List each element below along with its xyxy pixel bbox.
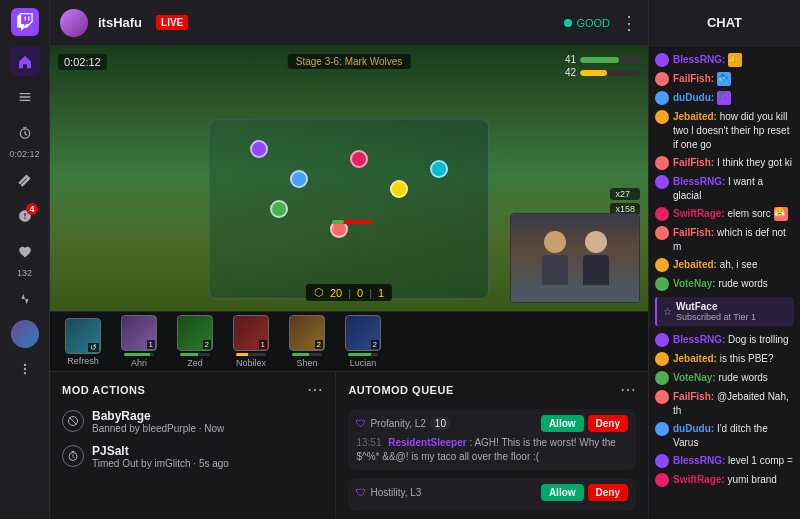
player-hp-4 <box>292 353 322 356</box>
sidebar-item-timer[interactable] <box>10 118 40 148</box>
more-options-button[interactable]: ⋮ <box>620 12 638 34</box>
kills-value: 1 <box>378 287 384 299</box>
person-body-2 <box>583 255 609 285</box>
automod-item-header-0: 🛡 Profanity, L2 10 Allow Deny <box>356 415 628 432</box>
chat-text-11: Dog is trolling <box>728 334 789 345</box>
video-area: Stage 3-6: Mark Wolves 0:02:12 41 42 <box>50 46 648 371</box>
svg-line-5 <box>70 418 77 425</box>
sub-star-icon: ☆ <box>663 306 672 317</box>
chat-username-1: FailFish: <box>673 73 717 84</box>
mod-item-info-1: PJSalt Timed Out by imGlitch · 5s ago <box>92 444 323 469</box>
chat-avatar-4 <box>655 156 669 170</box>
sidebar-timer-section: 0:02:12 <box>9 118 39 159</box>
char-dot <box>270 200 288 218</box>
sidebar-item-followers[interactable] <box>10 237 40 267</box>
chat-username-12: Jebaited: <box>673 353 720 364</box>
chat-content-12: Jebaited: is this PBE? <box>673 351 794 365</box>
sidebar-item-more[interactable] <box>10 354 40 384</box>
twitch-logo[interactable] <box>11 8 39 36</box>
chat-username-16: BlessRNG: <box>673 455 728 466</box>
sidebar-followers-section: 132 <box>10 237 40 278</box>
person-1 <box>542 231 568 285</box>
automod-more[interactable]: ⋯ <box>620 380 636 399</box>
chat-content-9: VoteNay: rude words <box>673 276 794 290</box>
automod-item-header-1: 🛡 Hostility, L3 Allow Deny <box>356 484 628 501</box>
sidebar-item-browse[interactable] <box>10 82 40 112</box>
person-2 <box>583 231 609 285</box>
chat-avatar-13 <box>655 371 669 385</box>
deny-button-0[interactable]: Deny <box>588 415 628 432</box>
player-hp-3 <box>236 353 266 356</box>
main-content: itsHafu LIVE GOOD ⋮ Stage 3-6: Mark Wolv… <box>50 0 648 519</box>
gold-icon: ⬡ <box>314 286 324 299</box>
char-dot <box>250 140 268 158</box>
player-hp-1 <box>124 353 154 356</box>
mod-item-1: PJSalt Timed Out by imGlitch · 5s ago <box>62 444 323 469</box>
chat-username-7: FailFish: <box>673 227 717 238</box>
sub-notice-wutface: ☆ WutFace Subscribed at Tier 1 <box>655 297 794 326</box>
divider2: | <box>369 287 372 299</box>
mod-item-name-1: PJSalt <box>92 444 323 458</box>
chat-avatar-2 <box>655 91 669 105</box>
char-dot <box>350 150 368 168</box>
mod-timestamp-0: Now <box>204 423 224 434</box>
automod-type-label-1: Hostility, L3 <box>370 487 421 498</box>
chat-avatar-0 <box>655 53 669 67</box>
chat-avatar-12 <box>655 352 669 366</box>
chat-username-5: BlessRNG: <box>673 176 728 187</box>
sidebar-notifications-section: 4 <box>10 201 40 231</box>
mod-actions-title: MOD ACTIONS <box>62 384 145 396</box>
gold-value: 20 <box>330 287 342 299</box>
sub-name: WutFace <box>676 301 756 312</box>
automod-actions-0: Allow Deny <box>541 415 628 432</box>
player-hp-5 <box>348 353 378 356</box>
player-card-1: 1 Ahri <box>114 315 164 368</box>
chat-message-11: BlessRNG: Dog is trolling <box>655 332 794 347</box>
chat-content-14: FailFish: @Jebaited Nah, th <box>673 389 794 417</box>
chat-username-3: Jebaited: <box>673 111 720 122</box>
chat-content-8: Jebaited: ah, i see <box>673 257 794 271</box>
champ-icon-0: ↺ <box>65 318 101 354</box>
ban-icon <box>62 410 84 432</box>
player-card-4: 2 Shen <box>282 315 332 368</box>
user-avatar[interactable] <box>11 320 39 348</box>
mod-actions-header: MOD ACTIONS ⋯ <box>62 380 323 399</box>
hp-value-1: 41 <box>565 54 576 65</box>
allow-button-1[interactable]: Allow <box>541 484 584 501</box>
automod-message-0: 13:51 ResidentSleeper : AGH! This is the… <box>356 436 628 464</box>
chat-message-17: SwiftRage: yumi brand <box>655 472 794 487</box>
sidebar-item-notifications[interactable]: 4 <box>10 201 40 231</box>
chat-text-13: rude words <box>718 372 767 383</box>
hp-value-2: 42 <box>565 67 576 78</box>
player-panel: ↺ Refresh 1 Ahri 2 Zed <box>50 311 648 371</box>
quality-dot <box>564 19 572 27</box>
notifications-badge: 4 <box>26 203 37 215</box>
automod-item-0: 🛡 Profanity, L2 10 Allow Deny 13:51 Resi… <box>348 409 636 470</box>
chat-avatar-1 <box>655 72 669 86</box>
chat-avatar-9 <box>655 277 669 291</box>
deny-button-1[interactable]: Deny <box>588 484 628 501</box>
chat-message-16: BlessRNG: level 1 comp = <box>655 453 794 468</box>
allow-button-0[interactable]: Allow <box>541 415 584 432</box>
chat-message-1: FailFish: 🐟 <box>655 71 794 86</box>
champ-icon-4: 2 <box>289 315 325 351</box>
player-card-3: 1 Nobilex <box>226 315 276 368</box>
sub-tier: Subscribed at Tier 1 <box>676 312 756 322</box>
hp-bar-fill-2 <box>580 70 640 76</box>
game-timer: 0:02:12 <box>58 54 107 70</box>
sidebar-item-activity[interactable] <box>10 284 40 314</box>
automod-item-1: 🛡 Hostility, L3 Allow Deny <box>348 478 636 511</box>
svg-point-2 <box>23 368 25 370</box>
chat-content-16: BlessRNG: level 1 comp = <box>673 453 794 467</box>
mod-timestamp-1: 5s ago <box>199 458 229 469</box>
mod-actions-more[interactable]: ⋯ <box>307 380 323 399</box>
chat-content-4: FailFish: I think they got ki <box>673 155 794 169</box>
chat-header: CHAT <box>649 0 800 46</box>
timer-display: 0:02:12 <box>9 149 39 159</box>
kf-item-1: x27 <box>610 188 640 200</box>
sidebar-item-sword[interactable] <box>10 165 40 195</box>
chat-title: CHAT <box>707 15 742 30</box>
mod-actions-panel: MOD ACTIONS ⋯ BabyRage Banned by bleedPu… <box>50 372 336 519</box>
champ-icon-2: 2 <box>177 315 213 351</box>
sidebar-item-home[interactable] <box>10 46 40 76</box>
